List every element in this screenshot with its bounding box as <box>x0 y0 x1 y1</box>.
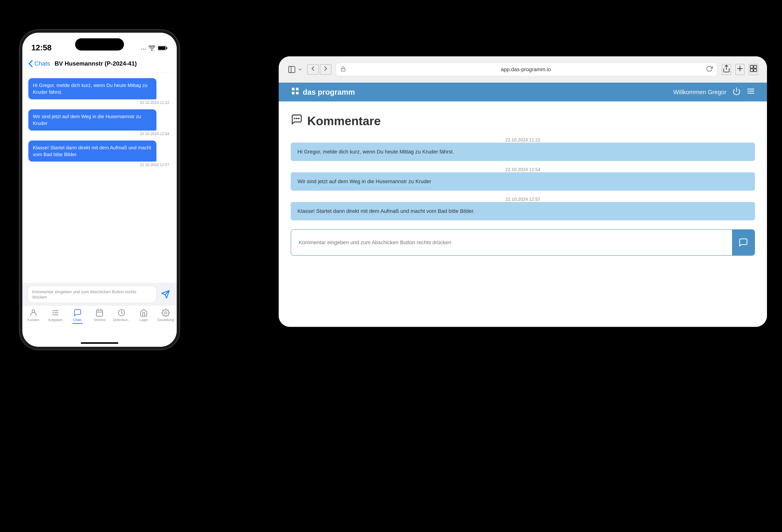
tab-aufgaben-label: Aufgaben <box>48 318 63 322</box>
browser-frame: app.das-programm.io <box>279 56 767 327</box>
svg-rect-7 <box>96 310 103 316</box>
phone-comment-input[interactable]: Kommentar eingeben und zum Abschicken Bu… <box>28 286 156 303</box>
browser-sidebar-button[interactable] <box>288 65 303 74</box>
browser-forward-button[interactable] <box>320 64 331 75</box>
comment-input-area <box>291 229 755 256</box>
app-header: das programm Willkommen Gregor <box>279 83 767 101</box>
tab-lager-label: Lager <box>139 318 148 322</box>
phone-message-1: Hi Gregor, melde dich kurz, wenn Du heut… <box>28 78 171 105</box>
phone-input-area: Kommentar eingeben und zum Abschicken Bu… <box>22 283 177 306</box>
browser-window: app.das-programm.io <box>279 56 767 327</box>
phone-nav-title: BV Husemannstr (P-2024-41) <box>55 60 137 67</box>
svg-rect-25 <box>296 88 298 91</box>
hamburger-icon[interactable] <box>747 87 755 97</box>
phone-status-icons: ··· <box>141 45 168 52</box>
msg-timestamp-3: 22.10.2024 12:57 <box>291 197 755 202</box>
svg-rect-26 <box>296 92 298 95</box>
tab-einstellung[interactable]: Einstellung <box>155 309 177 322</box>
back-label: Chats <box>34 60 50 67</box>
svg-rect-21 <box>750 69 753 72</box>
svg-point-32 <box>296 118 297 119</box>
msg-timestamp-1: 22.10.2024 11:22 <box>291 137 755 143</box>
phone-input-placeholder: Kommentar eingeben und zum Abschicken Bu… <box>32 289 136 299</box>
phone-time-2: 22.10.2024 12:54 <box>28 132 171 136</box>
tab-kunden[interactable]: Kunden <box>22 309 44 322</box>
svg-rect-24 <box>292 92 294 95</box>
svg-rect-15 <box>341 69 345 71</box>
svg-rect-1 <box>166 47 167 49</box>
back-button[interactable]: Chats <box>28 60 50 67</box>
home-indicator-area <box>22 339 177 347</box>
phone-bubble-3: Klasse! Startet dann direkt mit dem Aufm… <box>28 141 156 162</box>
phone-bubble-2: Wir sind jetzt auf dem Weg in die Husema… <box>28 109 156 131</box>
tab-aufgaben[interactable]: Aufgaben <box>44 309 66 322</box>
message-group-3: 22.10.2024 12:57 Klasse! Startet dann di… <box>291 197 755 220</box>
phone-send-button[interactable] <box>159 288 172 300</box>
app-header-right: Willkommen Gregor <box>673 87 755 97</box>
phone-time-1: 22.10.2024 11:22 <box>28 101 171 105</box>
app-logo: das programm <box>291 86 355 98</box>
comment-text-input[interactable] <box>291 230 732 255</box>
svg-rect-2 <box>158 46 166 49</box>
svg-point-12 <box>165 312 167 314</box>
message-group-1: 22.10.2024 11:22 Hi Gregor, melde dich k… <box>291 137 755 161</box>
phone-time-3: 22.10.2024 12:57 <box>28 163 171 167</box>
app-content: Kommentare 22.10.2024 11:22 Hi Gregor, m… <box>279 101 767 327</box>
reload-icon[interactable] <box>706 65 713 74</box>
comment-send-button[interactable] <box>732 230 755 255</box>
phone-tab-bar: Kunden Aufgaben Chats <box>22 306 177 339</box>
phone-nav-bar: Chats BV Husemannstr (P-2024-41) <box>22 55 177 72</box>
tab-chats-label: Chats <box>73 318 82 322</box>
tab-chats[interactable]: Chats <box>67 309 88 322</box>
battery-icon <box>158 45 168 52</box>
tab-zeiterfassung[interactable]: Zeiterfass... <box>111 309 133 322</box>
dots-icon: ··· <box>141 45 146 52</box>
svg-rect-22 <box>754 69 757 72</box>
message-group-2: 22.10.2024 12:54 Wir sind jetzt auf dem … <box>291 167 755 191</box>
svg-point-33 <box>298 118 299 119</box>
phone-bubble-1: Hi Gregor, melde dich kurz, wenn Du heut… <box>28 78 156 99</box>
phone-message-3: Klasse! Startet dann direkt mit dem Aufm… <box>28 141 171 167</box>
lock-icon <box>341 66 346 73</box>
app-logo-icon <box>291 86 300 98</box>
wifi-icon <box>148 45 155 52</box>
kommentare-title: Kommentare <box>307 114 381 128</box>
tab-active-indicator <box>72 323 83 324</box>
svg-rect-23 <box>292 88 294 91</box>
svg-point-31 <box>294 118 295 119</box>
app-welcome-text: Willkommen Gregor <box>673 89 726 96</box>
msg-bubble-3: Klasse! Startet dann direkt mit dem Aufm… <box>291 202 755 220</box>
browser-nav-buttons <box>307 64 331 75</box>
svg-rect-19 <box>750 65 753 68</box>
tab-zeiterfassung-label: Zeiterfass... <box>113 318 130 322</box>
svg-rect-13 <box>289 66 291 72</box>
app-name: das programm <box>303 88 355 96</box>
messages-list: 22.10.2024 11:22 Hi Gregor, melde dich k… <box>291 137 755 220</box>
browser-action-buttons <box>722 64 758 75</box>
kommentare-header: Kommentare <box>291 113 755 128</box>
browser-url-bar[interactable]: app.das-programm.io <box>336 63 717 76</box>
browser-share-button[interactable] <box>722 64 731 75</box>
phone-chat-area: Hi Gregor, melde dich kurz, wenn Du heut… <box>22 72 177 283</box>
tab-lager[interactable]: Lager <box>133 309 154 322</box>
phone-frame: 12:58 ··· <box>20 30 179 349</box>
phone-message-2: Wir sind jetzt auf dem Weg in die Husema… <box>28 109 171 136</box>
phone-time: 12:58 <box>31 43 51 52</box>
svg-point-3 <box>32 310 35 313</box>
browser-add-tab-button[interactable] <box>736 64 744 75</box>
browser-tabs-button[interactable] <box>749 64 758 75</box>
power-icon[interactable] <box>733 87 741 97</box>
phone-device: 12:58 ··· <box>20 30 179 349</box>
tab-termine[interactable]: Termine <box>88 309 110 322</box>
browser-back-button[interactable] <box>307 64 319 75</box>
home-indicator <box>81 342 118 344</box>
msg-timestamp-2: 22.10.2024 12:54 <box>291 167 755 172</box>
tab-einstellung-label: Einstellung <box>157 318 174 322</box>
browser-url-text: app.das-programm.io <box>348 67 704 72</box>
tab-termine-label: Termine <box>94 318 106 322</box>
dynamic-island <box>75 38 124 50</box>
tab-kunden-label: Kunden <box>28 318 39 322</box>
svg-rect-14 <box>289 66 295 72</box>
svg-rect-20 <box>754 65 757 68</box>
msg-bubble-1: Hi Gregor, melde dich kurz, wenn Du heut… <box>291 143 755 161</box>
